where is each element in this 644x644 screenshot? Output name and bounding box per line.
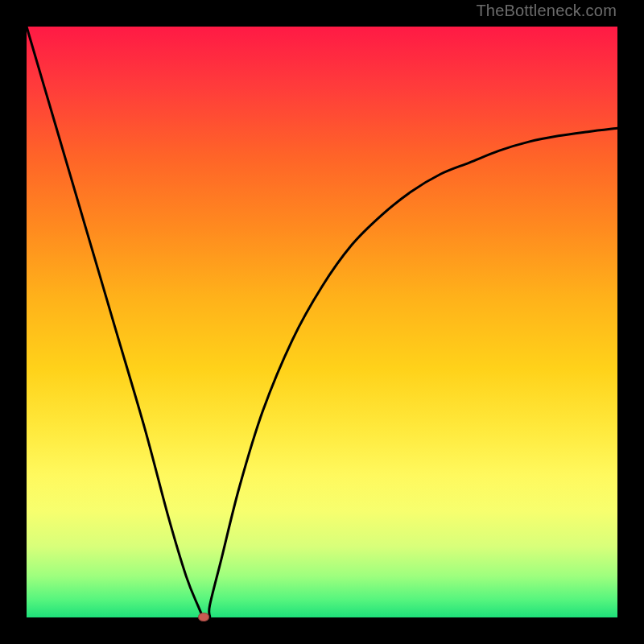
minimum-marker <box>198 613 209 621</box>
bottleneck-curve <box>27 27 617 617</box>
chart-frame: TheBottleneck.com <box>0 0 644 644</box>
plot-area <box>27 27 617 617</box>
watermark-text: TheBottleneck.com <box>476 2 617 20</box>
